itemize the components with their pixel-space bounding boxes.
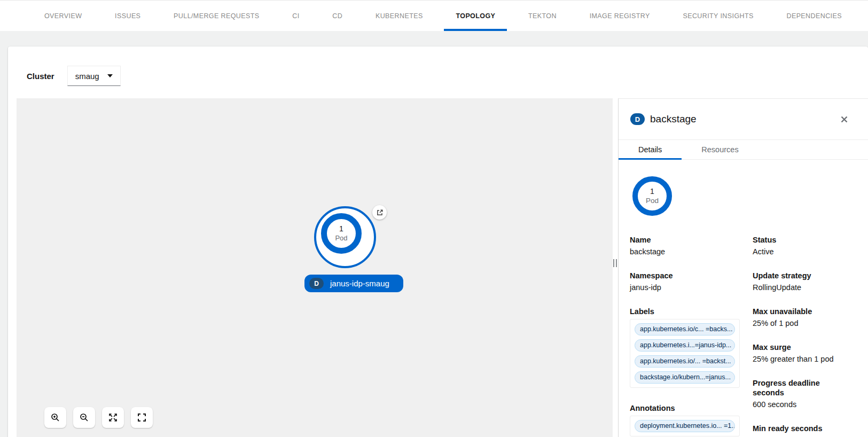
detail-field: Update strategy RollingUpdate (753, 271, 850, 292)
detail-field: Progress deadline seconds 600 seconds (753, 378, 850, 409)
detail-field-value: 25% of 1 pod (753, 319, 850, 328)
annotations-group: Annotations deployment.kubernetes.io... … (630, 403, 753, 436)
annotation-chip[interactable]: deployment.kubernetes.io... =1.. (635, 420, 735, 432)
close-icon (841, 116, 848, 123)
cluster-toolbar: Cluster smaug (27, 66, 121, 86)
detail-field-label: Max surge (753, 342, 850, 352)
detail-field-value: janus-idp (630, 283, 753, 292)
zoom-in-icon (51, 413, 60, 422)
external-link-icon (376, 209, 384, 216)
cluster-select[interactable]: smaug (67, 66, 121, 86)
canvas-controls (44, 407, 153, 428)
detail-field-label: Min ready seconds (753, 424, 850, 433)
labels-group: Labels app.kubernetes.io/c... =backs... … (630, 307, 753, 388)
entity-tab[interactable]: IMAGE REGISTRY (590, 1, 650, 31)
detail-field-label: Progress deadline seconds (753, 378, 850, 397)
pod-count: 1 (339, 224, 343, 233)
labels-heading: Labels (630, 307, 753, 316)
pod-donut: 1 Pod (321, 213, 362, 254)
pod-count: 1 (650, 187, 654, 196)
entity-tab[interactable]: PULL/MERGE REQUESTS (174, 1, 259, 31)
side-panel-details: 1 Pod Name backstage Names (619, 160, 868, 437)
detail-field: Max surge 25% greater than 1 pod (753, 342, 850, 364)
detail-field-label: Namespace (630, 271, 753, 280)
label-chip[interactable]: app.kubernetes.io/... =backst... (635, 355, 735, 368)
side-panel-tab[interactable]: Resources (682, 140, 758, 159)
detail-field-value: 600 seconds (753, 400, 850, 409)
detail-field-label: Status (753, 235, 850, 245)
side-panel-tabs: Details Resources (619, 140, 868, 160)
node-label-pill[interactable]: D janus-idp-smaug (304, 275, 403, 292)
detail-field-label: Max unavailable (753, 307, 850, 316)
detail-field: Max unavailable 25% of 1 pod (753, 307, 850, 328)
fit-to-screen-icon (108, 413, 118, 422)
pod-donut-chart[interactable]: 1 Pod (632, 176, 672, 216)
entity-tab[interactable]: DEPENDENCIES (786, 1, 841, 31)
side-panel-tab[interactable]: Details (619, 140, 682, 159)
labels-chip-list: app.kubernetes.io/c... =backs... app.kub… (630, 319, 740, 388)
entity-tab[interactable]: TOPOLOGY (456, 1, 495, 31)
topology-card: Cluster smaug 1 Pod D janus-idp-smaug (8, 46, 868, 437)
close-panel-button[interactable] (839, 114, 850, 125)
entity-tab[interactable]: ISSUES (115, 1, 140, 31)
fullscreen-icon (137, 413, 146, 422)
zoom-in-button[interactable] (44, 407, 66, 428)
open-url-decorator[interactable] (372, 205, 387, 220)
deployment-node[interactable]: 1 Pod (314, 206, 376, 268)
detail-field: Status Active (753, 235, 850, 256)
topology-canvas[interactable]: 1 Pod D janus-idp-smaug (17, 98, 613, 437)
details-left-column: Name backstage Namespace janus-idp Label… (630, 235, 753, 436)
entity-tab[interactable]: KUBERNETES (376, 1, 423, 31)
label-chip[interactable]: app.kubernetes.i...=janus-idp... (635, 339, 735, 352)
details-right-column: Status Active Update strategy RollingUpd… (753, 235, 850, 437)
detail-field: Name backstage (630, 235, 753, 256)
detail-field-value: Active (753, 247, 850, 256)
annotations-chip-list: deployment.kubernetes.io... =1.. (630, 416, 740, 436)
deployment-badge: D (630, 113, 645, 125)
entity-tab[interactable]: SECURITY INSIGHTS (683, 1, 753, 31)
panel-resize-handle[interactable] (613, 259, 617, 267)
fit-to-screen-button[interactable] (102, 407, 124, 428)
node-label-text: janus-idp-smaug (330, 279, 389, 288)
zoom-out-button[interactable] (73, 407, 95, 428)
detail-field-value: RollingUpdate (753, 283, 850, 292)
pod-unit-label: Pod (335, 233, 347, 243)
deployment-badge: D (309, 278, 324, 289)
detail-field-label: Name (630, 235, 753, 245)
detail-field: Namespace janus-idp (630, 271, 753, 292)
details-side-panel: D backstage Details Resources 1 Pod (618, 98, 868, 437)
entity-tab[interactable]: OVERVIEW (44, 1, 82, 31)
label-chip[interactable]: app.kubernetes.io/c... =backs... (635, 323, 735, 335)
detail-field-label: Update strategy (753, 271, 850, 280)
side-panel-header: D backstage (619, 99, 868, 140)
fullscreen-button[interactable] (131, 407, 153, 428)
side-panel-title[interactable]: backstage (650, 113, 697, 125)
zoom-out-icon (80, 413, 89, 422)
label-chip[interactable]: backstage.io/kubern...=janus... (635, 371, 735, 384)
detail-field-value: backstage (630, 247, 753, 256)
cluster-label: Cluster (27, 72, 54, 81)
entity-tab[interactable]: TEKTON (528, 1, 557, 31)
detail-field: Min ready seconds Not configured (753, 424, 850, 437)
entity-tab[interactable]: CI (292, 1, 299, 31)
detail-field-value: 25% greater than 1 pod (753, 355, 850, 364)
annotations-heading: Annotations (630, 403, 753, 413)
entity-tab-bar: OVERVIEW ISSUES PULL/MERGE REQUESTS CI C… (0, 0, 868, 31)
entity-tab[interactable]: CD (332, 1, 342, 31)
chevron-down-icon (107, 74, 113, 77)
cluster-select-value: smaug (75, 72, 99, 81)
pod-unit-label: Pod (646, 196, 659, 205)
